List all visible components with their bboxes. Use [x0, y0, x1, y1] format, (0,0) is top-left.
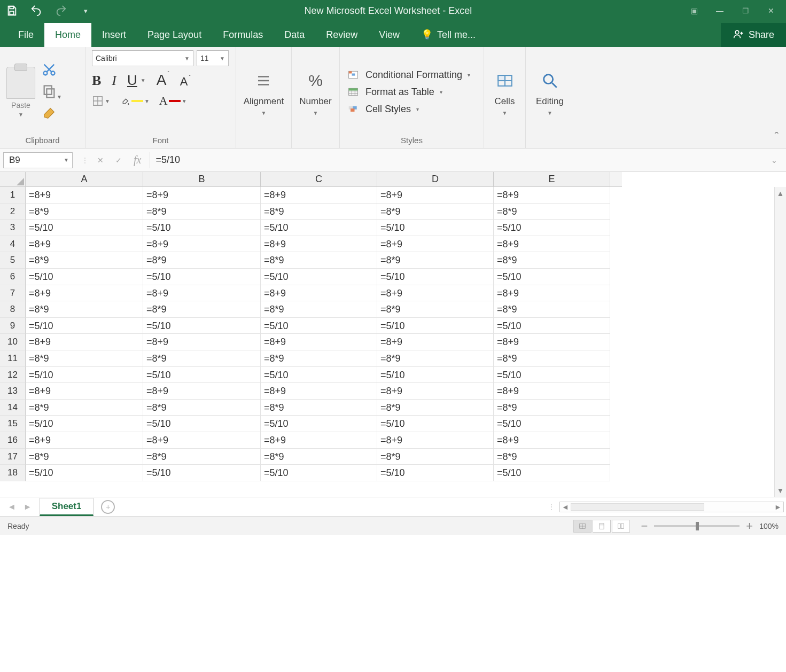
zoom-slider[interactable]	[654, 525, 740, 527]
cell[interactable]: =8+9	[143, 432, 261, 449]
copy-icon[interactable]: ▼	[42, 84, 62, 100]
row-header[interactable]: 5	[0, 252, 26, 269]
row-header[interactable]: 4	[0, 236, 26, 253]
cell[interactable]: =8*9	[261, 400, 377, 416]
undo-icon[interactable]	[29, 3, 44, 18]
ribbon-options-icon[interactable]: ▣	[688, 6, 701, 15]
grow-font-button[interactable]: Aˆ	[157, 72, 169, 89]
grid-rows[interactable]: 1=8+9=8+9=8+9=8+9=8+92=8*9=8*9=8*9=8*9=8…	[0, 187, 774, 497]
cell[interactable]: =8*9	[143, 252, 261, 269]
column-header[interactable]: B	[143, 172, 261, 187]
cell[interactable]: =8+9	[494, 432, 610, 449]
cell-styles-button[interactable]: Cell Styles▾	[346, 103, 470, 115]
cell[interactable]: =5/10	[494, 416, 610, 432]
zoom-in-button[interactable]: +	[746, 519, 753, 533]
cell[interactable]: =5/10	[143, 269, 261, 285]
vertical-scrollbar[interactable]: ▲ ▼	[774, 187, 786, 497]
cell[interactable]: =8+9	[494, 383, 610, 400]
cell[interactable]: =5/10	[261, 465, 377, 481]
new-sheet-button[interactable]: +	[101, 500, 115, 514]
cell[interactable]: =8+9	[143, 187, 261, 204]
cell[interactable]: =8+9	[494, 334, 610, 350]
cell[interactable]: =8+9	[26, 383, 143, 400]
cell[interactable]: =8*9	[494, 350, 610, 367]
cell[interactable]: =8+9	[494, 236, 610, 253]
cell[interactable]: =5/10	[494, 367, 610, 384]
collapse-ribbon-icon[interactable]: ˆ	[775, 130, 779, 144]
cell[interactable]: =5/10	[26, 318, 143, 334]
row-header[interactable]: 17	[0, 449, 26, 465]
tab-split-handle[interactable]: ⋮	[543, 503, 559, 511]
format-painter-icon[interactable]	[42, 106, 62, 122]
cell[interactable]: =5/10	[143, 465, 261, 481]
cell[interactable]: =8+9	[377, 383, 494, 400]
cell[interactable]: =5/10	[26, 416, 143, 432]
cell[interactable]: =5/10	[377, 318, 494, 334]
maximize-icon[interactable]: ☐	[739, 6, 752, 15]
cell[interactable]: =5/10	[26, 220, 143, 236]
cell[interactable]: =8*9	[494, 204, 610, 220]
sheet-nav-next-icon[interactable]: ►	[24, 502, 32, 512]
cell[interactable]: =8*9	[377, 449, 494, 465]
cell[interactable]: =8*9	[261, 252, 377, 269]
cell[interactable]: =8*9	[261, 204, 377, 220]
cell[interactable]: =5/10	[261, 367, 377, 384]
scroll-up-icon[interactable]: ▲	[777, 189, 784, 198]
tab-home[interactable]: Home	[44, 23, 91, 47]
cell[interactable]: =8*9	[377, 350, 494, 367]
scroll-left-icon[interactable]: ◄	[560, 503, 571, 511]
font-name-select[interactable]: Calibri▼	[92, 50, 193, 66]
cell[interactable]: =5/10	[143, 367, 261, 384]
tab-review[interactable]: Review	[315, 23, 368, 47]
scroll-right-icon[interactable]: ►	[773, 503, 783, 511]
cell[interactable]: =8+9	[377, 432, 494, 449]
fill-color-button[interactable]: ▼	[120, 96, 150, 106]
underline-button[interactable]: U▼	[127, 72, 146, 89]
column-header[interactable]: D	[377, 172, 494, 187]
cell[interactable]: =8*9	[143, 301, 261, 318]
cell[interactable]: =5/10	[143, 416, 261, 432]
format-as-table-button[interactable]: Format as Table▾	[346, 86, 470, 98]
cell[interactable]: =5/10	[377, 367, 494, 384]
cell[interactable]: =8*9	[494, 449, 610, 465]
cell[interactable]: =8*9	[494, 252, 610, 269]
cell[interactable]: =8*9	[143, 400, 261, 416]
minimize-icon[interactable]: —	[713, 6, 726, 15]
cell[interactable]: =8*9	[143, 449, 261, 465]
cell[interactable]: =8*9	[261, 449, 377, 465]
cell[interactable]: =5/10	[261, 269, 377, 285]
cell[interactable]: =5/10	[26, 269, 143, 285]
conditional-formatting-button[interactable]: Conditional Formatting▾	[346, 69, 470, 81]
view-page-layout-button[interactable]	[593, 520, 611, 533]
name-box-dropdown-icon[interactable]: ▼	[64, 157, 69, 163]
row-header[interactable]: 2	[0, 204, 26, 220]
enter-formula-icon[interactable]: ✓	[115, 156, 122, 165]
cells-button[interactable]: Cells ▼	[491, 68, 519, 116]
view-normal-button[interactable]	[573, 520, 592, 533]
column-header[interactable]: C	[261, 172, 377, 187]
tab-page-layout[interactable]: Page Layout	[137, 23, 212, 47]
tab-formulas[interactable]: Formulas	[212, 23, 274, 47]
cell[interactable]: =8+9	[261, 432, 377, 449]
editing-button[interactable]: Editing ▼	[536, 68, 564, 116]
cell[interactable]: =8*9	[377, 400, 494, 416]
font-color-button[interactable]: A▼	[159, 94, 187, 108]
cell[interactable]: =8+9	[494, 187, 610, 204]
cell[interactable]: =8+9	[26, 334, 143, 350]
row-header[interactable]: 15	[0, 416, 26, 432]
cell[interactable]: =8*9	[26, 350, 143, 367]
save-icon[interactable]	[4, 3, 19, 18]
zoom-out-button[interactable]: −	[641, 519, 648, 533]
horizontal-scrollbar[interactable]: ◄ ►	[559, 502, 784, 512]
cell[interactable]: =8+9	[143, 334, 261, 350]
number-button[interactable]: % Number ▼	[299, 68, 331, 116]
paste-dropdown-icon[interactable]: ▼	[18, 112, 24, 118]
cell[interactable]: =8+9	[26, 187, 143, 204]
cell[interactable]: =8+9	[377, 187, 494, 204]
cell[interactable]: =5/10	[26, 367, 143, 384]
close-icon[interactable]: ✕	[765, 6, 777, 15]
row-header[interactable]: 7	[0, 285, 26, 302]
cell[interactable]: =8*9	[26, 204, 143, 220]
cell[interactable]: =5/10	[377, 220, 494, 236]
cell[interactable]: =8+9	[143, 236, 261, 253]
